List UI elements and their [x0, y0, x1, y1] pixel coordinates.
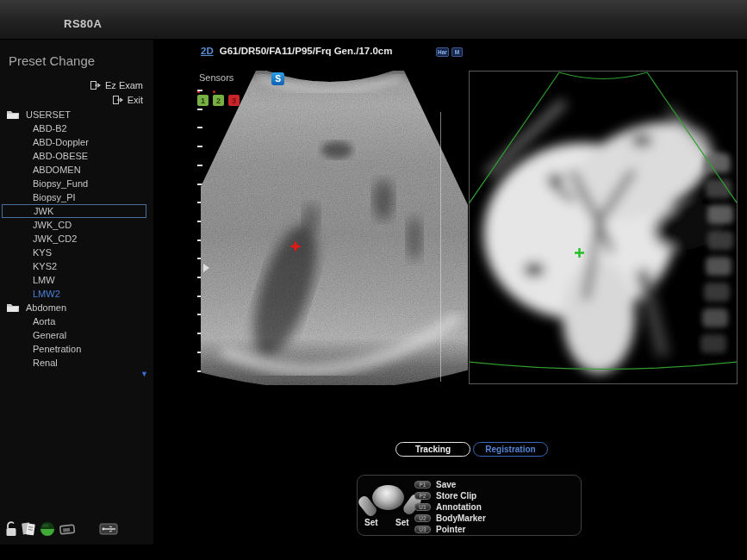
probe-orientation-badge: S: [271, 72, 284, 85]
preset-label: Biopsy_Fund: [33, 178, 88, 189]
tgc-curve-line: [440, 112, 441, 382]
status-icon-bar: [4, 520, 121, 538]
preset-item-abdomen[interactable]: ABDOMEN: [0, 163, 153, 177]
softkey-row: U2BodyMarker: [414, 513, 486, 524]
system-title: RS80A: [64, 17, 102, 30]
registration-button[interactable]: Registration: [473, 442, 548, 457]
exit-arrow-icon: [113, 96, 123, 104]
trackball[interactable]: [372, 485, 404, 510]
key-p2-button[interactable]: P2: [414, 492, 431, 500]
folder-icon: [6, 302, 20, 313]
preset-item-jwk_cd2[interactable]: JWK_CD2: [0, 232, 153, 246]
preset-item-jwk[interactable]: JWK: [2, 204, 146, 218]
preset-label: LMW: [33, 275, 55, 285]
mri-render: [470, 72, 737, 383]
ez-exam-link[interactable]: Ez Exam: [0, 78, 143, 92]
preset-folder-userset[interactable]: USERSET: [0, 108, 153, 121]
page-title: Preset Change: [9, 53, 95, 68]
preset-label: Abdomen: [26, 302, 66, 313]
exit-arrow-icon: [90, 81, 101, 90]
softkey-list: P1SaveP2Store ClipU1AnnotationU2BodyMark…: [414, 479, 486, 535]
softkey-row: U1Annotation: [414, 501, 486, 513]
preset-label: Aorta: [33, 316, 55, 327]
preset-item-biopsy_pi[interactable]: Biopsy_PI: [0, 190, 153, 204]
printer-icon: [59, 520, 78, 538]
preset-label: Biopsy_PI: [33, 192, 76, 202]
preset-item-abd-doppler[interactable]: ABD-Doppler: [0, 135, 153, 149]
key-u3-label: Pointer: [436, 525, 465, 534]
preset-tree: USERSETABD-B2ABD-DopplerABD-OBESEABDOMEN…: [0, 108, 153, 370]
preset-label: JWK_CD2: [33, 233, 77, 244]
key-u2-button[interactable]: U2: [414, 514, 431, 522]
unlock-icon: [4, 520, 18, 538]
key-p1-label: Save: [436, 480, 456, 489]
preset-label: ABDOMEN: [33, 165, 81, 175]
image-parameters: G61/DR50/FA11/P95/Frq Gen./17.0cm: [220, 46, 393, 56]
preset-item-kys[interactable]: KYS: [0, 246, 153, 259]
softkey-row: P1Save: [414, 479, 486, 490]
focus-marker[interactable]: [203, 264, 209, 272]
mri-fusion-image[interactable]: [469, 71, 738, 384]
preset-item-abd-b2[interactable]: ABD-B2: [0, 121, 153, 135]
key-u1-button[interactable]: U1: [414, 503, 431, 511]
preset-label: LMW2: [33, 289, 60, 299]
preset-label: ABD-OBESE: [33, 151, 88, 161]
preset-item-kys2[interactable]: KYS2: [0, 259, 153, 273]
set-right-label: Set: [395, 518, 409, 527]
preset-item-lmw2[interactable]: LMW2: [0, 287, 153, 301]
status-green-icon: [39, 520, 56, 538]
header-badges: HarM: [433, 47, 463, 57]
preset-folder-abdomen[interactable]: Abdomen: [0, 301, 153, 314]
target-marker-green: [574, 247, 585, 258]
preset-label: ABD-B2: [33, 123, 67, 134]
usb-icon: [99, 522, 118, 536]
key-u2-label: BodyMarker: [436, 513, 486, 523]
tracking-button[interactable]: Tracking: [395, 442, 470, 457]
scroll-down-indicator[interactable]: ▼: [140, 370, 148, 378]
preset-label: KYS2: [33, 261, 57, 271]
preset-sidebar: Preset Change Ez Exam Exit USERSETABD-B2…: [0, 40, 153, 544]
control-panel-hint: Set Set P1SaveP2Store ClipU1AnnotationU2…: [357, 475, 582, 536]
preset-item-aorta[interactable]: Aorta: [0, 314, 153, 328]
preset-label: KYS: [33, 247, 52, 258]
preset-item-jwk_cd[interactable]: JWK_CD: [0, 218, 153, 232]
preset-label: JWK_CD: [33, 220, 72, 230]
set-left-label: Set: [364, 518, 378, 527]
target-marker-red: [289, 240, 302, 252]
title-bar: RS80A: [0, 0, 747, 40]
documents-icon: [21, 520, 36, 538]
badge-m-icon: M: [451, 47, 463, 57]
rs80a-screen: RS80A Preset Change Ez Exam Exit USERSET…: [0, 0, 747, 560]
key-u1-label: Annotation: [436, 502, 482, 512]
key-p2-label: Store Clip: [436, 491, 476, 501]
key-u3-button[interactable]: U3: [414, 526, 431, 533]
softkey-row: P2Store Clip: [414, 490, 486, 501]
preset-item-lmw[interactable]: LMW: [0, 273, 153, 287]
preset-label: Renal: [33, 358, 58, 368]
preset-label: Penetration: [33, 344, 81, 354]
ultrasound-image[interactable]: [201, 71, 468, 385]
preset-label: JWK: [34, 206, 53, 216]
sidebar-links: Ez Exam Exit: [0, 78, 143, 107]
mode-2d-link[interactable]: 2D: [201, 46, 214, 56]
softkey-row: U3Pointer: [414, 524, 486, 535]
preset-item-penetration[interactable]: Penetration: [0, 342, 153, 356]
fusion-mode-buttons: Tracking Registration: [395, 442, 548, 457]
key-p1-button[interactable]: P1: [414, 481, 431, 488]
badge-har-icon: Har: [436, 47, 449, 57]
preset-label: ABD-Doppler: [33, 137, 89, 147]
preset-item-general[interactable]: General: [0, 328, 153, 342]
preset-label: General: [33, 330, 66, 340]
exit-label: Exit: [128, 95, 143, 105]
preset-item-abd-obese[interactable]: ABD-OBESE: [0, 149, 153, 163]
preset-item-biopsy_fund[interactable]: Biopsy_Fund: [0, 177, 153, 190]
preset-label: USERSET: [26, 109, 71, 120]
ultrasound-fan: [201, 71, 468, 385]
image-parameter-bar: 2DG61/DR50/FA11/P95/Frq Gen./17.0cm: [201, 46, 392, 59]
preset-item-renal[interactable]: Renal: [0, 356, 153, 370]
exit-link[interactable]: Exit: [0, 92, 143, 107]
ez-exam-label: Ez Exam: [105, 80, 143, 90]
folder-icon: [6, 109, 20, 120]
